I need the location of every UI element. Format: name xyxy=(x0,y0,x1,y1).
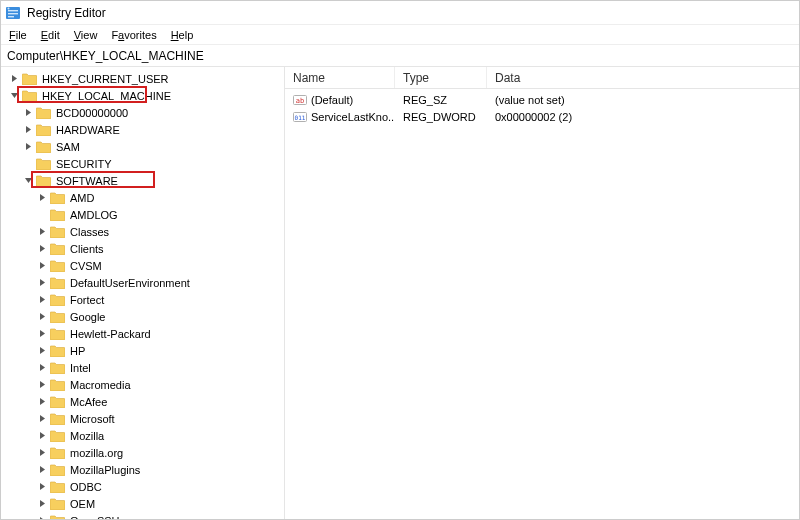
menu-favorites[interactable]: Favorites xyxy=(105,27,162,43)
chevron-right-icon[interactable] xyxy=(35,512,49,519)
tree-label: Intel xyxy=(68,361,93,375)
menu-help[interactable]: Help xyxy=(165,27,200,43)
tree-label: McAfee xyxy=(68,395,109,409)
chevron-right-icon[interactable] xyxy=(35,410,49,427)
tree-defaultuserenv[interactable]: DefaultUserEnvironment xyxy=(3,274,282,291)
tree-hp1[interactable]: Hewlett-Packard xyxy=(3,325,282,342)
tree-mozilla[interactable]: Mozilla xyxy=(3,427,282,444)
tree-fortect[interactable]: Fortect xyxy=(3,291,282,308)
value-data: (value not set) xyxy=(487,94,799,106)
tree-cvsm[interactable]: CVSM xyxy=(3,257,282,274)
value-row[interactable]: 011ServiceLastKno...REG_DWORD0x00000002 … xyxy=(285,108,799,125)
folder-icon xyxy=(49,444,65,461)
folder-icon xyxy=(49,478,65,495)
string-value-icon: ab xyxy=(293,93,307,107)
tree-label: mozilla.org xyxy=(68,446,125,460)
menu-view[interactable]: View xyxy=(68,27,104,43)
tree-label: HARDWARE xyxy=(54,123,122,137)
tree-label: SECURITY xyxy=(54,157,114,171)
content-area: HKEY_CURRENT_USERHKEY_LOCAL_MACHINEBCD00… xyxy=(1,67,799,519)
folder-icon xyxy=(35,172,51,189)
column-data[interactable]: Data xyxy=(487,67,799,88)
tree-sam[interactable]: SAM xyxy=(3,138,282,155)
folder-icon xyxy=(21,70,37,87)
chevron-right-icon[interactable] xyxy=(35,393,49,410)
tree-label: Clients xyxy=(68,242,106,256)
chevron-right-icon[interactable] xyxy=(35,257,49,274)
chevron-right-icon[interactable] xyxy=(7,70,21,87)
tree-google[interactable]: Google xyxy=(3,308,282,325)
chevron-right-icon[interactable] xyxy=(35,274,49,291)
chevron-right-icon[interactable] xyxy=(21,138,35,155)
folder-icon xyxy=(49,461,65,478)
value-type: REG_DWORD xyxy=(395,111,487,123)
tree-amd[interactable]: AMD xyxy=(3,189,282,206)
svg-point-4 xyxy=(8,7,10,9)
chevron-right-icon[interactable] xyxy=(35,291,49,308)
address-text: Computer\HKEY_LOCAL_MACHINE xyxy=(7,49,204,63)
chevron-right-icon[interactable] xyxy=(21,121,35,138)
tree-label: MozillaPlugins xyxy=(68,463,142,477)
menu-edit[interactable]: Edit xyxy=(35,27,66,43)
chevron-right-icon[interactable] xyxy=(35,444,49,461)
tree-label: OpenSSH xyxy=(68,514,122,520)
tree-label: Microsoft xyxy=(68,412,117,426)
value-data: 0x00000002 (2) xyxy=(487,111,799,123)
chevron-down-icon[interactable] xyxy=(7,87,21,104)
chevron-right-icon[interactable] xyxy=(35,308,49,325)
chevron-right-icon[interactable] xyxy=(35,461,49,478)
tree-pane[interactable]: HKEY_CURRENT_USERHKEY_LOCAL_MACHINEBCD00… xyxy=(1,67,285,519)
chevron-down-icon[interactable] xyxy=(21,172,35,189)
tree-microsoft1[interactable]: Microsoft xyxy=(3,410,282,427)
chevron-right-icon[interactable] xyxy=(35,427,49,444)
tree-macromedia[interactable]: Macromedia xyxy=(3,376,282,393)
tree-label: HKEY_LOCAL_MACHINE xyxy=(40,89,173,103)
tree-classes[interactable]: Classes xyxy=(3,223,282,240)
chevron-right-icon[interactable] xyxy=(35,495,49,512)
chevron-right-icon[interactable] xyxy=(35,189,49,206)
tree-oem[interactable]: OEM xyxy=(3,495,282,512)
folder-icon xyxy=(49,512,65,519)
folder-icon xyxy=(49,376,65,393)
tree-mcafee[interactable]: McAfee xyxy=(3,393,282,410)
value-row[interactable]: ab(Default)REG_SZ(value not set) xyxy=(285,91,799,108)
folder-icon xyxy=(49,189,65,206)
values-pane[interactable]: Name Type Data ab(Default)REG_SZ(value n… xyxy=(285,67,799,519)
chevron-right-icon[interactable] xyxy=(35,240,49,257)
tree-hklm[interactable]: HKEY_LOCAL_MACHINE xyxy=(3,87,282,104)
chevron-right-icon[interactable] xyxy=(35,478,49,495)
menu-file[interactable]: File xyxy=(3,27,33,43)
tree-mozillaplugins[interactable]: MozillaPlugins xyxy=(3,461,282,478)
folder-icon xyxy=(49,359,65,376)
tree-openssh[interactable]: OpenSSH xyxy=(3,512,282,519)
column-type[interactable]: Type xyxy=(395,67,487,88)
tree-label: Mozilla xyxy=(68,429,106,443)
chevron-right-icon[interactable] xyxy=(35,376,49,393)
tree-hp2[interactable]: HP xyxy=(3,342,282,359)
tree-hkcu[interactable]: HKEY_CURRENT_USER xyxy=(3,70,282,87)
tree-odbc[interactable]: ODBC xyxy=(3,478,282,495)
address-bar[interactable]: Computer\HKEY_LOCAL_MACHINE xyxy=(1,45,799,67)
tree-label: DefaultUserEnvironment xyxy=(68,276,192,290)
tree-hardware[interactable]: HARDWARE xyxy=(3,121,282,138)
tree-mozillaorg[interactable]: mozilla.org xyxy=(3,444,282,461)
column-name[interactable]: Name xyxy=(285,67,395,88)
tree-label: Classes xyxy=(68,225,111,239)
chevron-right-icon[interactable] xyxy=(35,223,49,240)
tree-label: Fortect xyxy=(68,293,106,307)
tree-security[interactable]: SECURITY xyxy=(3,155,282,172)
tree-label: SOFTWARE xyxy=(54,174,120,188)
chevron-right-icon[interactable] xyxy=(21,104,35,121)
chevron-right-icon[interactable] xyxy=(35,359,49,376)
tree-amdlog[interactable]: AMDLOG xyxy=(3,206,282,223)
tree-software[interactable]: SOFTWARE xyxy=(3,172,282,189)
chevron-right-icon[interactable] xyxy=(35,325,49,342)
chevron-right-icon[interactable] xyxy=(35,342,49,359)
tree-intel[interactable]: Intel xyxy=(3,359,282,376)
value-name: (Default) xyxy=(311,94,353,106)
titlebar[interactable]: Registry Editor xyxy=(1,1,799,25)
tree-bcd[interactable]: BCD00000000 xyxy=(3,104,282,121)
tree-label: Hewlett-Packard xyxy=(68,327,153,341)
tree-clients[interactable]: Clients xyxy=(3,240,282,257)
registry-editor-window: Registry Editor File Edit View Favorites… xyxy=(0,0,800,520)
